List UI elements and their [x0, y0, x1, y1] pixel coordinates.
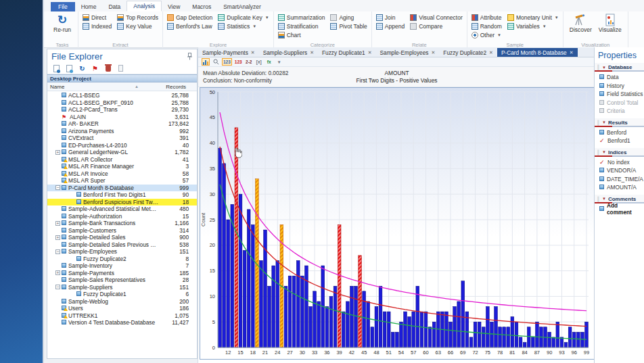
- benford-chart-plot[interactable]: 0510152025303540455012151821242730333639…: [200, 88, 594, 359]
- bar-digit-29[interactable]: [296, 260, 300, 347]
- bar-digit-38[interactable]: [334, 286, 337, 347]
- ribbon-tab-macros[interactable]: Macros: [186, 2, 217, 11]
- refresh-icon[interactable]: ↻: [78, 64, 87, 73]
- tree-item-acl1-bseg-bkpf-0910[interactable]: ACL1-BSEG_BKPF_091025,788: [47, 99, 197, 107]
- range-button[interactable]: [x]: [255, 58, 263, 66]
- bar-digit-43[interactable]: [354, 286, 358, 347]
- bar-digit-36[interactable]: [325, 307, 329, 347]
- bar-digit-54[interactable]: [400, 322, 403, 347]
- close-icon[interactable]: ✕: [489, 50, 493, 55]
- digits-red-button[interactable]: 123: [234, 58, 243, 66]
- property-item-add-comment[interactable]: Add comment: [595, 205, 644, 214]
- bar-digit-92[interactable]: [556, 322, 559, 347]
- tree-item-fuzzy-duplicate2[interactable]: Fuzzy Duplicate28: [47, 256, 197, 263]
- bar-digit-11[interactable]: [223, 164, 226, 347]
- bar-digit-93[interactable]: [560, 337, 564, 347]
- ribbon-tab-home[interactable]: Home: [75, 2, 103, 11]
- bar-digit-73[interactable]: [478, 322, 481, 347]
- bar-digit-17[interactable]: [247, 210, 250, 347]
- tree-item-uttrekk1[interactable]: UTTREKK11,075: [47, 312, 197, 320]
- property-item-amount-a[interactable]: AMOUNT/A: [595, 183, 644, 192]
- tree-item-sample-employees[interactable]: −Sample-Employees151: [47, 248, 197, 256]
- bar-digit-67[interactable]: [453, 307, 457, 347]
- collapse-icon[interactable]: −: [55, 249, 60, 254]
- close-icon[interactable]: ✕: [431, 50, 435, 55]
- ribbon-button-stratification[interactable]: Stratification: [278, 22, 325, 30]
- bar-digit-53[interactable]: [395, 332, 398, 347]
- ribbon-button-aging[interactable]: Aging: [330, 13, 367, 22]
- bar-digit-94[interactable]: [564, 342, 568, 347]
- ribbon-button-monetary-unit[interactable]: Monetary Unit▼: [507, 13, 559, 22]
- bar-digit-71[interactable]: [469, 337, 473, 347]
- ribbon-button-statistics[interactable]: Statistics▼: [218, 22, 269, 30]
- property-item-data[interactable]: Data: [595, 73, 644, 82]
- ribbon-button-gap-detection[interactable]: Gap Detection: [167, 13, 212, 22]
- property-item-vendor-a[interactable]: VENDOR/A: [595, 166, 644, 175]
- bar-digit-26[interactable]: [284, 286, 288, 347]
- ribbon-button-visualize[interactable]: Visualize: [597, 13, 624, 41]
- expand-icon[interactable]: +: [55, 221, 60, 226]
- ribbon-button-summarization[interactable]: Summarization: [278, 13, 325, 22]
- bar-digit-85[interactable]: [527, 327, 530, 347]
- flag-icon[interactable]: ⚑: [91, 64, 99, 73]
- ribbon-button-chart[interactable]: Chart: [278, 30, 325, 39]
- tree-item-sample-weblog[interactable]: Sample-Weblog200: [47, 298, 197, 306]
- section-header-database[interactable]: ║▼Database: [595, 63, 644, 72]
- bar-digit-37[interactable]: [329, 296, 333, 347]
- doc-tab-sample-payments[interactable]: Sample-Payments✕: [198, 48, 259, 57]
- section-header-results[interactable]: ║▼Results: [595, 118, 644, 127]
- bar-digit-76[interactable]: [490, 322, 494, 347]
- preview-file-icon[interactable]: [65, 64, 74, 73]
- bar-digit-97[interactable]: [576, 332, 580, 347]
- bar-digit-69[interactable]: [461, 281, 465, 347]
- tree-item-sample-suppliers[interactable]: −Sample-Suppliers151: [47, 284, 197, 291]
- tree-item-sample-sales-representatives[interactable]: Sample-Sales Representatives28: [47, 276, 197, 284]
- tree-item-sample-detailed-sales[interactable]: +Sample-Detailed Sales900: [47, 234, 197, 241]
- bar-digit-51[interactable]: [387, 312, 390, 347]
- bar-digit-60[interactable]: [424, 312, 428, 347]
- tree-item-general-ledgernew-gl[interactable]: +General LedgerNew-GL1,782: [47, 149, 197, 156]
- bar-digit-74[interactable]: [482, 327, 485, 347]
- bar-digit-61[interactable]: [428, 327, 432, 347]
- bar-digit-56[interactable]: [408, 317, 411, 347]
- doc-tab-sample-employees[interactable]: Sample-Employees✕: [376, 48, 440, 57]
- bar-digit-16[interactable]: [243, 250, 246, 347]
- zoom-button[interactable]: [212, 58, 220, 66]
- pin-icon[interactable]: [187, 53, 193, 60]
- bar-digit-72[interactable]: [474, 322, 477, 347]
- bar-digit-80[interactable]: [507, 327, 510, 347]
- doc-tab-fuzzy-duplicate1[interactable]: Fuzzy Duplicate1✕: [318, 48, 376, 57]
- tree-item-msl-ar-finance-manager[interactable]: MSL AR Finance Manager3: [47, 163, 197, 170]
- bar-digit-12[interactable]: [227, 220, 230, 347]
- bar-digit-20[interactable]: [260, 260, 263, 347]
- bar-digit-28[interactable]: [292, 276, 296, 347]
- column-records[interactable]: Records: [156, 84, 194, 90]
- note-icon[interactable]: [116, 64, 125, 73]
- ribbon-tab-analysis[interactable]: Analysis: [127, 1, 162, 11]
- tree-item-cvextract[interactable]: CVExtract391: [47, 135, 197, 142]
- more-options-button[interactable]: ▾: [275, 58, 283, 66]
- new-file-icon[interactable]: [52, 64, 61, 73]
- bar-digit-22[interactable]: [268, 286, 271, 347]
- bar-digit-49[interactable]: [379, 286, 382, 347]
- bar-digit-59[interactable]: [420, 312, 423, 347]
- bar-digit-10[interactable]: [218, 148, 222, 347]
- first-two-digits-button[interactable]: 123: [222, 58, 232, 66]
- tree-item-benford-first-two-digits1[interactable]: Benford First Two Digits190: [47, 191, 197, 199]
- bar-digit-77[interactable]: [495, 307, 498, 347]
- bar-digit-75[interactable]: [486, 307, 489, 347]
- bar-digit-40[interactable]: [342, 312, 345, 347]
- tree-item-ar-baker[interactable]: AR- BAKER173,842: [47, 120, 197, 128]
- bar-digit-32[interactable]: [309, 307, 313, 347]
- bar-digit-90[interactable]: [548, 332, 551, 347]
- ribbon-tab-smartanalyzer[interactable]: SmartAnalyzer: [217, 2, 267, 11]
- tree-item-msl-ar-super[interactable]: MSL AR Super57: [47, 177, 197, 185]
- ribbon-tab-data[interactable]: Data: [102, 2, 127, 11]
- ribbon-button-indexed[interactable]: Indexed: [83, 22, 112, 30]
- bar-digit-48[interactable]: [375, 307, 378, 347]
- bar-digit-99[interactable]: [585, 322, 589, 347]
- bar-digit-84[interactable]: [523, 342, 526, 347]
- bar-digit-52[interactable]: [391, 332, 394, 347]
- section-header-comments[interactable]: ║▼Comments: [595, 195, 644, 203]
- bar-digit-66[interactable]: [449, 322, 453, 347]
